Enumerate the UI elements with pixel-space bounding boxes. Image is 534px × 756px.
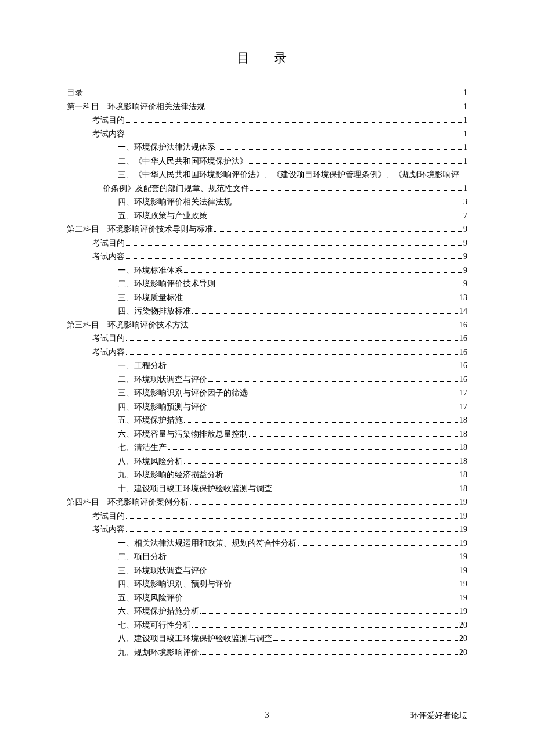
toc-entry[interactable]: 考试目的9 xyxy=(67,239,467,247)
toc-page-number: 1 xyxy=(463,157,467,165)
toc-entry[interactable]: 三、《中华人民共和国环境影响评价法》、《建设项目环境保护管理条例》、《规划环境影… xyxy=(67,171,467,179)
toc-entry[interactable]: 三、环境现状调查与评价19 xyxy=(67,567,467,575)
toc-entry[interactable]: 五、环境风险评价19 xyxy=(67,594,467,602)
toc-label: 考试内容 xyxy=(92,253,125,261)
toc-label: 八、建设项目竣工环境保护验收监测与调查 xyxy=(118,635,272,643)
toc-leader-dots xyxy=(184,463,458,464)
toc-label: 考试目的 xyxy=(92,334,125,343)
toc-label: 三、环境影响识别与评价因子的筛选 xyxy=(118,389,248,397)
toc-entry[interactable]: 三、环境影响识别与评价因子的筛选17 xyxy=(67,389,467,397)
toc-entry[interactable]: 四、环境影响识别、预测与评价19 xyxy=(67,580,467,588)
toc-leader-dots xyxy=(200,654,458,655)
toc-leader-dots xyxy=(217,149,462,150)
toc-label: 五、环境保护措施 xyxy=(118,416,183,424)
toc-leader-dots xyxy=(298,545,458,546)
toc-entry[interactable]: 五、环境政策与产业政策7 xyxy=(67,212,467,220)
toc-label: 三、环境现状调查与评价 xyxy=(118,567,207,575)
toc-entry[interactable]: 第三科目 环境影响评价技术方法16 xyxy=(67,321,467,329)
toc-entry[interactable]: 六、环境保护措施分析19 xyxy=(67,607,467,615)
toc-label: 第三科目 环境影响评价技术方法 xyxy=(67,321,189,329)
toc-leader-dots xyxy=(214,231,462,232)
toc-label: 考试目的 xyxy=(92,239,125,247)
toc-label: 一、相关法律法规运用和政策、规划的符合性分析 xyxy=(118,539,297,548)
toc-entry[interactable]: 七、环境可行性分析20 xyxy=(67,621,467,629)
toc-page-number: 18 xyxy=(459,430,467,438)
toc-page-number: 20 xyxy=(459,635,467,643)
toc-entry[interactable]: 考试内容9 xyxy=(67,253,467,261)
toc-leader-dots xyxy=(233,586,458,586)
toc-page-number: 18 xyxy=(459,444,467,452)
toc-entry[interactable]: 七、清洁生产18 xyxy=(67,444,467,452)
toc-page-number: 17 xyxy=(459,403,467,411)
toc-label: 三、《中华人民共和国环境影响评价法》、《建设项目环境保护管理条例》、《规划环境影… xyxy=(118,171,459,179)
toc-leader-dots xyxy=(233,204,462,204)
toc-label: 二、《中华人民共和国环境保护法》 xyxy=(118,157,248,165)
toc-entry[interactable]: 考试内容19 xyxy=(67,525,467,534)
toc-entry[interactable]: 十、建设项目竣工环境保护验收监测与调查18 xyxy=(67,485,467,493)
toc-entry[interactable]: 第四科目 环境影响评价案例分析19 xyxy=(67,498,467,506)
toc-label: 一、工程分析 xyxy=(118,362,167,370)
toc-entry[interactable]: 第一科目 环境影响评价相关法律法规1 xyxy=(67,103,467,111)
toc-entry[interactable]: 九、环境影响的经济损益分析18 xyxy=(67,471,467,479)
toc-leader-dots xyxy=(84,95,462,95)
toc-page-number: 9 xyxy=(463,267,467,275)
toc-entry[interactable]: 考试目的1 xyxy=(67,116,467,124)
toc-entry[interactable]: 四、环境影响评价相关法律法规3 xyxy=(67,198,467,206)
toc-entry[interactable]: 二、环境影响评价技术导则9 xyxy=(67,280,467,288)
toc-leader-dots xyxy=(208,573,458,573)
toc-entry[interactable]: 二、《中华人民共和国环境保护法》1 xyxy=(67,157,467,165)
toc-label: 九、规划环境影响评价 xyxy=(118,649,199,657)
toc-page-number: 18 xyxy=(459,458,467,466)
toc-page-number: 18 xyxy=(459,416,467,424)
toc-entry[interactable]: 八、环境风险分析18 xyxy=(67,458,467,466)
toc-page-number: 16 xyxy=(459,348,467,357)
toc-entry[interactable]: 一、工程分析16 xyxy=(67,362,467,370)
toc-leader-dots xyxy=(126,340,458,341)
toc-entry[interactable]: 考试内容16 xyxy=(67,348,467,357)
toc-entry[interactable]: 二、项目分析19 xyxy=(67,553,467,561)
toc-page-number: 9 xyxy=(463,225,467,233)
toc-leader-dots xyxy=(217,286,462,286)
toc-entry[interactable]: 三、环境质量标准13 xyxy=(67,294,467,302)
toc-label: 考试内容 xyxy=(92,525,125,534)
toc-label: 二、环境现状调查与评价 xyxy=(118,376,207,384)
toc-entry[interactable]: 考试目的19 xyxy=(67,512,467,520)
toc-entry[interactable]: 价条例》及配套的部门规章、规范性文件1 xyxy=(67,185,467,193)
toc-entry[interactable]: 二、环境现状调查与评价16 xyxy=(67,376,467,384)
toc-page-number: 7 xyxy=(463,212,467,220)
toc-label: 四、污染物排放标准 xyxy=(118,307,191,315)
toc-leader-dots xyxy=(184,600,458,600)
toc-entry[interactable]: 六、环境容量与污染物排放总量控制18 xyxy=(67,430,467,438)
toc-entry[interactable]: 考试目的16 xyxy=(67,334,467,343)
toc-entry[interactable]: 一、环境标准体系9 xyxy=(67,267,467,275)
toc-page-number: 1 xyxy=(463,185,467,193)
table-of-contents: 目录1第一科目 环境影响评价相关法律法规1考试目的1考试内容1一、环境保护法律法… xyxy=(67,89,467,657)
toc-leader-dots xyxy=(184,300,458,300)
toc-entry[interactable]: 四、污染物排放标准14 xyxy=(67,307,467,315)
toc-entry[interactable]: 一、相关法律法规运用和政策、规划的符合性分析19 xyxy=(67,539,467,548)
toc-label: 四、环境影响预测与评价 xyxy=(118,403,207,411)
toc-entry[interactable]: 考试内容1 xyxy=(67,130,467,138)
page-number: 3 xyxy=(265,711,269,720)
toc-entry[interactable]: 目录1 xyxy=(67,89,467,97)
toc-page-number: 19 xyxy=(459,525,467,534)
toc-entry[interactable]: 一、环境保护法律法规体系1 xyxy=(67,143,467,152)
toc-page-number: 9 xyxy=(463,280,467,288)
toc-page-number: 13 xyxy=(459,294,467,302)
toc-entry[interactable]: 四、环境影响预测与评价17 xyxy=(67,403,467,411)
toc-entry[interactable]: 九、规划环境影响评价20 xyxy=(67,649,467,657)
toc-label: 考试内容 xyxy=(92,130,125,138)
toc-page-number: 19 xyxy=(459,512,467,520)
toc-leader-dots xyxy=(126,518,458,519)
toc-label: 目录 xyxy=(67,89,83,97)
toc-page-number: 20 xyxy=(459,649,467,657)
toc-leader-dots xyxy=(192,627,458,628)
toc-entry[interactable]: 第二科目 环境影响评价技术导则与标准9 xyxy=(67,225,467,233)
toc-leader-dots xyxy=(190,504,458,505)
toc-entry[interactable]: 八、建设项目竣工环境保护验收监测与调查20 xyxy=(67,635,467,643)
toc-label: 一、环境标准体系 xyxy=(118,267,183,275)
toc-page-number: 14 xyxy=(459,307,467,315)
toc-page-number: 1 xyxy=(463,130,467,138)
toc-entry[interactable]: 五、环境保护措施18 xyxy=(67,416,467,424)
toc-label: 考试内容 xyxy=(92,348,125,357)
